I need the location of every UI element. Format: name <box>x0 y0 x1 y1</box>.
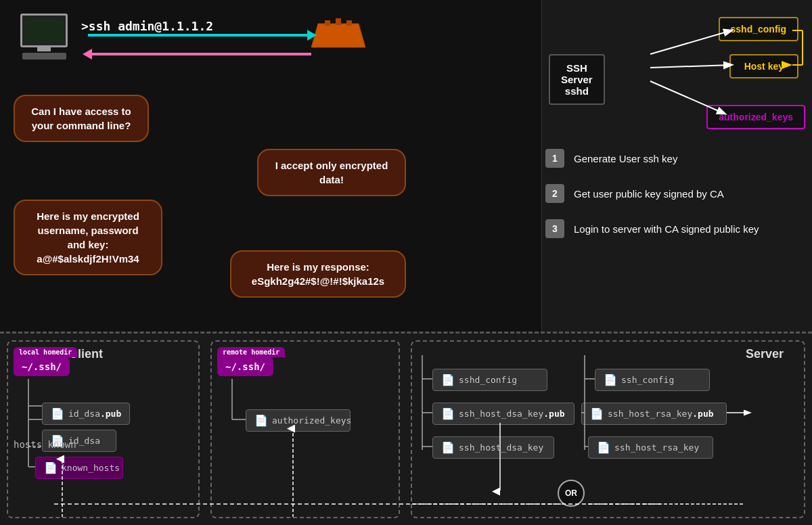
steps-container: 1 Generate User ssh key 2 Get user publi… <box>545 149 809 254</box>
svg-rect-2 <box>336 18 341 25</box>
file-ssh-host-dsa-key: 📄 ssh_host_dsa_key <box>432 436 554 459</box>
server-lines <box>412 342 804 517</box>
bubble-client1: Can I have access to your command line? <box>14 95 149 142</box>
or-circle: OR <box>558 480 585 507</box>
step-1: 1 Generate User ssh key <box>545 149 809 168</box>
sshd-config-box: sshd_config <box>719 17 798 41</box>
monitor-stand <box>37 47 51 51</box>
top-right-panel: SSHServersshd sshd_config Host key autho… <box>541 0 812 332</box>
arrow-left <box>88 53 311 55</box>
file-ssh-host-rsa-key: 📄 ssh_host_rsa_key <box>588 436 713 459</box>
server-panel: Server 📄 sshd_config 📄 ssh_host_dsa_key.… <box>411 340 805 518</box>
remote-homedir-container: remote homedir ~/.ssh/ <box>217 347 285 376</box>
remote-homedir-tab: remote homedir <box>217 347 285 357</box>
local-homedir-tab: local homedir <box>14 347 77 357</box>
monitor-screen <box>24 18 64 43</box>
step-2-num: 2 <box>545 184 564 203</box>
file-ssh-config: 📄 ssh_config <box>595 369 710 391</box>
step-2-text: Get user public key signed by CA <box>574 184 724 201</box>
top-section: >ssh admin@1.1.1.2 Can I have access to … <box>0 0 812 332</box>
step-3-num: 3 <box>545 219 564 238</box>
file-ssh-host-dsa-pub: 📄 ssh_host_dsa_key.pub <box>432 403 574 425</box>
bottom-section: Client local homedir ~/.ssh/ 📄 id_dsa.pu… <box>0 332 812 525</box>
step-1-text: Generate User ssh key <box>574 149 677 166</box>
bubble-server1: I accept only encrypted data! <box>257 149 406 196</box>
local-dir-box: ~/.ssh/ <box>14 357 70 376</box>
file-icon8: 📄 <box>604 373 617 386</box>
svg-rect-1 <box>325 20 330 26</box>
ssh-server-box: SSHServersshd <box>549 54 605 105</box>
file-known-hosts: 📄 known_hosts <box>35 457 123 479</box>
local-homedir-container: local homedir ~/.ssh/ <box>14 347 77 376</box>
bubble-client2: Here is my encrypted username, password … <box>14 200 162 275</box>
computer-icon <box>14 14 74 68</box>
file-doc-icon: 📄 <box>51 407 64 420</box>
step-3-text: Login to server with CA signed public ke… <box>574 219 759 236</box>
step-3: 3 Login to server with CA signed public … <box>545 219 809 238</box>
file-icon6: 📄 <box>441 407 455 420</box>
step-2: 2 Get user public key signed by CA <box>545 184 809 203</box>
file-authorized-keys: 📄 authorized_keys <box>246 409 351 432</box>
step-1-num: 1 <box>545 149 564 168</box>
file-icon7: 📄 <box>441 441 455 454</box>
host-key-box: Host key <box>729 54 798 78</box>
remote-dir-box: ~/.ssh/ <box>217 357 273 376</box>
authorized-keys-box: authorized_keys <box>706 105 805 129</box>
file-ssh-host-rsa-pub: 📄 ssh_host_rsa_key.pub <box>581 403 727 425</box>
file-doc-icon3: 📄 <box>44 461 58 474</box>
ssh-command: >ssh admin@1.1.1.2 <box>81 19 213 33</box>
file-id-dsa-pub: 📄 id_dsa.pub <box>42 403 130 425</box>
file-sshd-config: 📄 sshd_config <box>432 369 547 391</box>
file-icon10: 📄 <box>597 441 610 454</box>
file-doc-icon4: 📄 <box>254 414 268 427</box>
hosts-known-label: hosts known <box>14 439 76 450</box>
svg-rect-3 <box>346 20 352 26</box>
bubble-server2: Here is my response: eSgkh2g42#$!@!#!$kj… <box>230 250 406 298</box>
file-icon5: 📄 <box>441 373 455 386</box>
svg-line-5 <box>650 65 731 68</box>
svg-marker-0 <box>311 24 365 47</box>
file-icon9: 📄 <box>590 407 604 420</box>
middle-panel: remote homedir ~/.ssh/ 📄 authorized_keys <box>210 340 400 518</box>
client-panel: Client local homedir ~/.ssh/ 📄 id_dsa.pu… <box>7 340 200 518</box>
or-label: OR <box>565 488 577 498</box>
top-left-panel: >ssh admin@1.1.1.2 Can I have access to … <box>0 0 541 332</box>
arrow-right <box>88 34 311 37</box>
keyboard <box>22 53 66 60</box>
monitor <box>20 14 68 47</box>
server-label: Server <box>746 347 784 361</box>
